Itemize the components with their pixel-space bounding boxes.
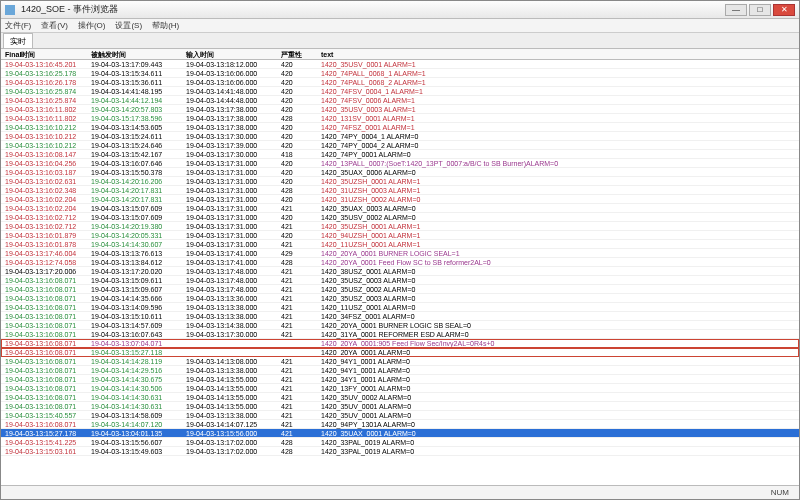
tab[interactable]: 实时 xyxy=(3,33,33,48)
column-header[interactable]: Final时间 xyxy=(1,49,91,59)
cell: 19-04-03-13:18:12.000 xyxy=(186,60,281,68)
table-row[interactable]: 19-04-03-13:16:08.07119-04-03-14:14:35.6… xyxy=(1,294,799,303)
cell: 421 xyxy=(281,366,321,374)
app-window: 1420_SOE - 事件浏览器 — □ ✕ 文件(F)查看(V)操作(O)设置… xyxy=(0,0,800,500)
table-row[interactable]: 19-04-03-13:16:08.07119-04-03-14:14:30.6… xyxy=(1,393,799,402)
menu-item[interactable]: 帮助(H) xyxy=(152,20,179,31)
table-row[interactable]: 19-04-03-13:16:25.17819-04-03-13:15:34.6… xyxy=(1,69,799,78)
cell: 19-04-03-13:15:27.118 xyxy=(91,348,186,356)
table-row[interactable]: 19-04-03-13:16:08.07119-04-03-14:14:30.6… xyxy=(1,402,799,411)
cell: 19-04-03-13:16:02.204 xyxy=(1,204,91,212)
menu-item[interactable]: 设置(S) xyxy=(115,20,142,31)
column-header[interactable]: text xyxy=(321,49,799,59)
table-row[interactable]: 19-04-03-13:16:10.21219-04-03-13:15:24.6… xyxy=(1,141,799,150)
cell: 1420_35UAX_0006 ALARM=0 xyxy=(321,168,799,176)
cell: 1420_20YA_0001 Feed Flow SC to SB reform… xyxy=(321,258,799,266)
table-row[interactable]: 19-04-03-13:16:08.07119-04-03-14:14:28.1… xyxy=(1,357,799,366)
cell: 19-04-03-13:17:48.000 xyxy=(186,276,281,284)
table-row[interactable]: 19-04-03-13:15:40.55719-04-03-13:14:58.6… xyxy=(1,411,799,420)
cell: 19-04-03-13:17:38.000 xyxy=(186,114,281,122)
cell: 19-04-03-14:14:29.516 xyxy=(91,366,186,374)
cell: 19-04-03-13:16:07.646 xyxy=(91,159,186,167)
cell: 19-04-03-13:17:48.000 xyxy=(186,285,281,293)
table-row[interactable]: 19-04-03-13:16:08.07119-04-03-14:14:29.5… xyxy=(1,366,799,375)
cell: 19-04-03-13:13:38.000 xyxy=(186,312,281,320)
table-row[interactable]: 19-04-03-13:16:03.18719-04-03-13:15:50.3… xyxy=(1,168,799,177)
statusbar: NUM xyxy=(1,485,799,499)
cell: 19-04-03-13:16:11.802 xyxy=(1,114,91,122)
cell: 19-04-03-13:04:01.135 xyxy=(91,429,186,437)
table-row[interactable]: 19-04-03-13:15:03.16119-04-03-13:15:49.6… xyxy=(1,447,799,456)
table-row[interactable]: 19-04-03-13:16:02.34819-04-03-14:20:17.8… xyxy=(1,186,799,195)
cell: 19-04-03-13:16:02.204 xyxy=(1,195,91,203)
table-row[interactable]: 19-04-03-13:12:74.05819-04-03-13:13:84.6… xyxy=(1,258,799,267)
table-row[interactable]: 19-04-03-13:16:02.20419-04-03-13:15:07.6… xyxy=(1,204,799,213)
close-button[interactable]: ✕ xyxy=(773,4,795,16)
table-row[interactable]: 19-04-03-13:16:45.20119-04-03-13:17:09.4… xyxy=(1,60,799,69)
table-row[interactable]: 19-04-03-13:16:08.07119-04-03-13:15:10.6… xyxy=(1,312,799,321)
table-row[interactable]: 19-04-03-13:15:27.17819-04-03-13:04:01.1… xyxy=(1,429,799,438)
cell: 19-04-03-13:13:84.612 xyxy=(91,258,186,266)
table-row[interactable]: 19-04-03-13:16:02.71219-04-03-13:15:07.6… xyxy=(1,213,799,222)
cell: 19-04-03-13:17:31.000 xyxy=(186,168,281,176)
table-row[interactable]: 19-04-03-13:16:01.87919-04-03-14:20:05.3… xyxy=(1,231,799,240)
table-row[interactable]: 19-04-03-13:16:02.71219-04-03-14:20:19.3… xyxy=(1,222,799,231)
cell: 19-04-03-13:17:31.000 xyxy=(186,240,281,248)
table-row[interactable]: 19-04-03-13:16:11.80219-04-03-14:20:57.8… xyxy=(1,105,799,114)
cell: 19-04-03-14:14:28.119 xyxy=(91,357,186,365)
menu-item[interactable]: 操作(O) xyxy=(78,20,106,31)
menu-item[interactable]: 文件(F) xyxy=(5,20,31,31)
cell: 420 xyxy=(281,123,321,131)
table-row[interactable]: 19-04-03-13:16:10.21219-04-03-13:14:53.6… xyxy=(1,123,799,132)
cell: 19-04-03-13:16:08.071 xyxy=(1,393,91,401)
maximize-button[interactable]: □ xyxy=(749,4,771,16)
cell: 421 xyxy=(281,267,321,275)
table-row[interactable]: 19-04-03-13:16:08.07119-04-03-14:14:30.5… xyxy=(1,384,799,393)
cell: 19-04-03-13:17:09.443 xyxy=(91,60,186,68)
table-row[interactable]: 19-04-03-13:16:08.07119-04-03-14:14:07.1… xyxy=(1,420,799,429)
table-row[interactable]: 19-04-03-13:16:25.87419-04-03-14:41:48.1… xyxy=(1,87,799,96)
table-row[interactable]: 19-04-03-13:16:04.25619-04-03-13:16:07.6… xyxy=(1,159,799,168)
app-icon xyxy=(5,5,15,15)
table-row[interactable]: 19-04-03-13:17:46.00419-04-03-13:13:76.6… xyxy=(1,249,799,258)
column-header[interactable]: 严重性 xyxy=(281,49,321,59)
cell: 421 xyxy=(281,240,321,248)
cell: 1420_34Y1_0001 ALARM=0 xyxy=(321,375,799,383)
table-row[interactable]: 19-04-03-13:16:02.20419-04-03-14:20:17.8… xyxy=(1,195,799,204)
table-row[interactable]: 19-04-03-13:16:08.07119-04-03-14:14:30.6… xyxy=(1,375,799,384)
table-row[interactable]: 19-04-03-13:16:08.07119-04-03-13:16:07.6… xyxy=(1,330,799,339)
table-row[interactable]: 19-04-03-13:17:20.00619-04-03-13:17:20.0… xyxy=(1,267,799,276)
column-header[interactable]: 输入时间 xyxy=(186,49,281,59)
table-row[interactable]: 19-04-03-13:16:08.07119-04-03-13:14:57.6… xyxy=(1,321,799,330)
cell: 19-04-03-14:13:08.000 xyxy=(186,357,281,365)
cell: 421 xyxy=(281,204,321,212)
cell: 19-04-03-13:16:08.071 xyxy=(1,339,91,347)
table-row[interactable]: 19-04-03-13:16:08.07119-04-03-13:07:04.0… xyxy=(1,339,799,348)
cell: 19-04-03-13:17:20.006 xyxy=(1,267,91,275)
column-header[interactable]: 被触发时间 xyxy=(91,49,186,59)
table-row[interactable]: 19-04-03-13:16:08.14719-04-03-13:15:42.1… xyxy=(1,150,799,159)
cell: 1420_31UZSH_0003 ALARM=1 xyxy=(321,186,799,194)
table-row[interactable]: 19-04-03-13:16:10.21219-04-03-13:15:24.6… xyxy=(1,132,799,141)
table-row[interactable]: 19-04-03-13:16:02.63119-04-03-14:20:16.2… xyxy=(1,177,799,186)
cell: 420 xyxy=(281,69,321,77)
cell: 420 xyxy=(281,177,321,185)
table-row[interactable]: 19-04-03-13:16:08.07119-04-03-13:15:27.1… xyxy=(1,348,799,357)
cell: 19-04-03-13:17:30.000 xyxy=(186,150,281,158)
cell: 19-04-03-13:13:36.000 xyxy=(186,294,281,302)
menu-item[interactable]: 查看(V) xyxy=(41,20,68,31)
cell: 19-04-03-13:16:08.071 xyxy=(1,276,91,284)
cell: 19-04-03-13:15:42.167 xyxy=(91,150,186,158)
event-grid[interactable]: Final时间被触发时间输入时间严重性text 19-04-03-13:16:4… xyxy=(1,49,799,485)
table-row[interactable]: 19-04-03-13:16:25.87419-04-03-14:44:12.1… xyxy=(1,96,799,105)
table-row[interactable]: 19-04-03-13:16:08.07119-04-03-13:14:09.5… xyxy=(1,303,799,312)
table-row[interactable]: 19-04-03-13:16:08.07119-04-03-13:15:09.6… xyxy=(1,285,799,294)
table-row[interactable]: 19-04-03-13:16:01.87819-04-03-14:14:30.6… xyxy=(1,240,799,249)
table-row[interactable]: 19-04-03-13:16:11.80219-04-03-15:17:38.5… xyxy=(1,114,799,123)
table-row[interactable]: 19-04-03-13:16:26.17819-04-03-13:15:36.6… xyxy=(1,78,799,87)
table-row[interactable]: 19-04-03-13:16:08.07119-04-03-13:15:09.6… xyxy=(1,276,799,285)
table-row[interactable]: 19-04-03-13:15:41.22519-04-03-13:15:56.6… xyxy=(1,438,799,447)
cell: 420 xyxy=(281,96,321,104)
cell: 19-04-03-13:15:41.225 xyxy=(1,438,91,446)
minimize-button[interactable]: — xyxy=(725,4,747,16)
